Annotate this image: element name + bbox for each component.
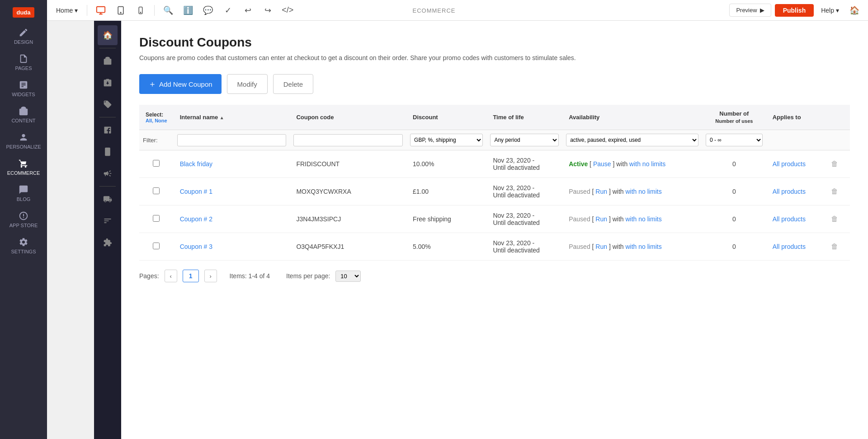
table-header: Select: All, None Internal name ▲ Coupon… [139, 105, 850, 130]
applies-to-link-0[interactable]: All products [773, 160, 806, 168]
applies-to-link-1[interactable]: All products [773, 188, 806, 195]
preview-button[interactable]: Preview ▶ [729, 4, 771, 17]
row-num-uses-0: 0 [702, 150, 766, 178]
publish-button[interactable]: Publish [775, 4, 814, 17]
action-link-0[interactable]: Pause [593, 160, 611, 168]
next-page-button[interactable]: › [204, 270, 217, 282]
coupon-link-0[interactable]: Black friday [180, 160, 212, 168]
sec-sidebar-puzzle[interactable] [98, 233, 118, 252]
row-time-1: Nov 23, 2020 - Until deactivated [486, 178, 562, 205]
mobile-icon[interactable] [132, 2, 149, 19]
status-badge-1: Paused [569, 188, 590, 195]
filter-discount-select[interactable]: GBP, %, shipping [410, 134, 483, 146]
search-icon[interactable]: 🔍 [160, 2, 176, 19]
row-checkbox-2[interactable] [153, 215, 160, 222]
redo-icon[interactable]: ↪ [259, 2, 276, 19]
table-row: Coupon # 1 MOXQ3YCWXRXA £1.00 Nov 23, 20… [139, 178, 850, 205]
row-checkbox-1[interactable] [153, 187, 160, 194]
home-dropdown[interactable]: Home ▾ [52, 5, 81, 16]
row-availability-3: Paused [ Run ] with with no limits [562, 233, 702, 261]
delete-button[interactable]: Delete [273, 74, 313, 94]
sidebar-label-content: CONTENT [11, 118, 35, 123]
content-area: Discount Coupons Coupons are promo codes… [121, 21, 868, 439]
undo-icon[interactable]: ↩ [240, 2, 256, 19]
sidebar-item-content[interactable]: CONTENT [0, 102, 47, 128]
sec-sidebar-facebook[interactable] [98, 120, 118, 140]
row-discount-2: Free shipping [406, 205, 486, 233]
coupon-link-1[interactable]: Coupon # 1 [180, 188, 212, 195]
no-limits-link-1[interactable]: with no limits [626, 188, 662, 195]
sidebar-label-pages: PAGES [15, 65, 32, 71]
modify-button[interactable]: Modify [227, 74, 268, 94]
select-all-none[interactable]: All, None [146, 118, 167, 123]
row-num-uses-1: 0 [702, 178, 766, 205]
coupon-link-2[interactable]: Coupon # 2 [180, 215, 212, 223]
filter-availability-select[interactable]: active, paused, expired, used [566, 134, 698, 146]
filter-uses-cell: 0 - ∞ [702, 130, 766, 150]
applies-to-link-2[interactable]: All products [773, 215, 806, 223]
sec-sidebar-mobile[interactable] [98, 142, 118, 162]
filter-uses-select[interactable]: 0 - ∞ [706, 134, 763, 146]
sec-sidebar-orders[interactable] [98, 73, 118, 93]
sidebar-label-widgets: WIDGETS [12, 92, 35, 97]
row-checkbox-0[interactable] [153, 160, 160, 167]
sidebar-item-appstore[interactable]: APP STORE [0, 206, 47, 233]
no-limits-link-3[interactable]: with no limits [626, 243, 662, 250]
help-dropdown[interactable]: Help ▾ [817, 5, 843, 16]
delete-icon-0[interactable]: 🗑 [831, 160, 838, 168]
comment-icon[interactable]: 💬 [200, 2, 216, 19]
sidebar-item-personalize[interactable]: PERSONALIZE [0, 128, 47, 154]
row-internal-name-2: Coupon # 2 [174, 205, 290, 233]
duda-logo[interactable]: duda [13, 7, 34, 18]
sidebar-item-ecommerce[interactable]: ECOMMERCE [0, 154, 47, 180]
filter-period-cell: Any period [486, 130, 562, 150]
filter-coupon-code-input[interactable] [293, 134, 403, 146]
filter-internal-name-input[interactable] [177, 134, 287, 146]
sec-sidebar-tags[interactable] [98, 94, 118, 114]
no-limits-link-2[interactable]: with no limits [626, 215, 662, 223]
home-button[interactable]: 🏠 [846, 2, 863, 19]
sec-sidebar-sliders[interactable] [98, 211, 118, 231]
sidebar-item-settings[interactable]: SETTINGS [0, 233, 47, 259]
row-delete-2: 🗑 [825, 205, 850, 233]
sidebar-item-design[interactable]: DESIGN [0, 23, 47, 49]
sec-sidebar-home[interactable]: 🏠 [98, 25, 118, 45]
prev-page-button[interactable]: ‹ [165, 270, 177, 282]
info-icon[interactable]: ℹ️ [180, 2, 196, 19]
action-link-1[interactable]: Run [595, 188, 607, 195]
sec-sidebar-products[interactable] [98, 51, 118, 71]
sec-sidebar-megaphone[interactable] [98, 163, 118, 183]
row-availability-1: Paused [ Run ] with with no limits [562, 178, 702, 205]
filter-period-select[interactable]: Any period [490, 134, 559, 146]
desktop-icon[interactable] [93, 2, 109, 19]
applies-to-link-3[interactable]: All products [773, 243, 806, 250]
th-availability: Availability [562, 105, 702, 130]
code-icon[interactable]: </> [279, 2, 296, 19]
row-checkbox-3[interactable] [153, 243, 160, 249]
sidebar-item-widgets[interactable]: WIDGETS [0, 75, 47, 102]
sec-sidebar-truck[interactable] [98, 189, 118, 209]
row-coupon-code-2: J3N4JM3SIPCJ [290, 205, 406, 233]
delete-icon-3[interactable]: 🗑 [831, 243, 838, 250]
sidebar-item-blog[interactable]: BLOG [0, 180, 47, 206]
limit-label-1: with [613, 188, 626, 195]
delete-icon-1[interactable]: 🗑 [831, 187, 838, 195]
sidebar-item-pages[interactable]: PAGES [0, 49, 47, 75]
per-page-select[interactable]: 10 25 50 100 [335, 271, 361, 282]
action-link-3[interactable]: Run [595, 243, 607, 250]
action-link-2[interactable]: Run [595, 215, 607, 223]
page-subtitle: Coupons are promo codes that customers c… [139, 54, 850, 61]
filter-row: Filter: GBP, %, shipping [139, 130, 850, 150]
divider-2 [154, 5, 155, 16]
row-internal-name-0: Black friday [174, 150, 290, 178]
no-limits-link-0[interactable]: with no limits [629, 160, 665, 168]
row-checkbox-cell-1 [139, 178, 174, 205]
row-coupon-code-3: O3Q4AP5FKXJ1 [290, 233, 406, 261]
tablet-icon[interactable] [113, 2, 129, 19]
delete-icon-2[interactable]: 🗑 [831, 215, 838, 223]
th-internal-name[interactable]: Internal name ▲ [174, 105, 290, 130]
check-icon[interactable]: ✓ [220, 2, 236, 19]
sidebar-label-blog: BLOG [17, 196, 31, 202]
add-coupon-button[interactable]: ＋ Add New Coupon [139, 74, 222, 94]
coupon-link-3[interactable]: Coupon # 3 [180, 243, 212, 250]
